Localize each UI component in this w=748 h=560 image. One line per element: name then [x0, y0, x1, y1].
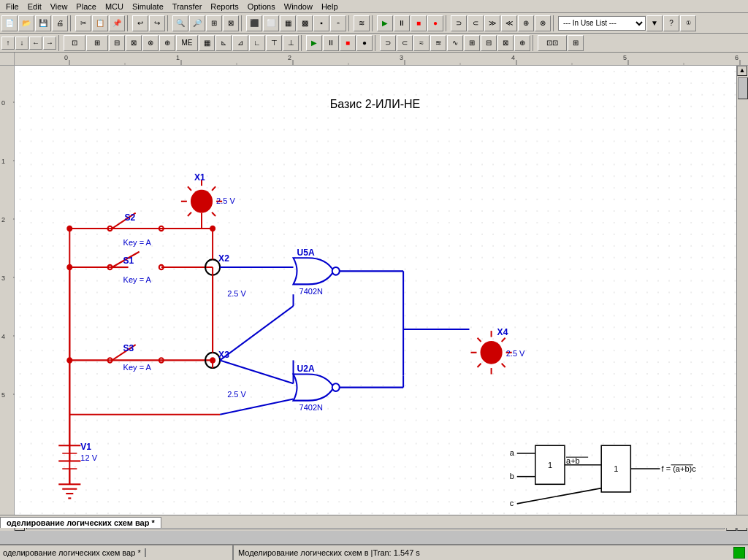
btn-misc3[interactable]: ≫ [484, 15, 500, 31]
menu-mcu[interactable]: MCU [101, 1, 128, 12]
svg-text:4: 4 [511, 54, 515, 61]
menu-place[interactable]: Place [72, 1, 101, 12]
tb2-btn6[interactable]: ⊞ [86, 35, 108, 51]
tb2-sig5[interactable]: ∿ [447, 35, 463, 51]
svg-text:1: 1 [614, 464, 618, 473]
btn-misc1[interactable]: ⊃ [451, 15, 467, 31]
svg-text:3: 3 [400, 54, 403, 61]
tb2-btn14[interactable]: ⊿ [232, 35, 248, 51]
btn-dropdown-extra[interactable]: ▼ [646, 15, 663, 31]
btn-run[interactable]: ▶ [377, 15, 393, 31]
tb2-sig4[interactable]: ≋ [430, 35, 446, 51]
tb2-btn8[interactable]: ⊠ [126, 35, 142, 51]
btn-wave[interactable]: ≋ [354, 15, 370, 31]
tb2-extra2[interactable]: ⊞ [568, 35, 584, 51]
svg-text:Key = A: Key = A [123, 238, 152, 247]
tb2-pause[interactable]: ⏸ [323, 35, 339, 51]
btn-zoom-in[interactable]: 🔍 [172, 15, 188, 31]
svg-text:X3: X3 [218, 350, 229, 360]
btn-comp6[interactable]: ▫ [330, 15, 346, 31]
tb2-run[interactable]: ▶ [306, 35, 322, 51]
btn-comp5[interactable]: ▪ [313, 15, 329, 31]
tb2-btn16[interactable]: ⊤ [266, 35, 282, 51]
tb2-btn15[interactable]: ∟ [249, 35, 265, 51]
btn-redo[interactable]: ↪ [149, 15, 165, 31]
btn-misc4[interactable]: ≪ [501, 15, 517, 31]
tb2-btn13[interactable]: ⊾ [215, 35, 232, 51]
tb2-sig3[interactable]: ≈ [413, 35, 430, 51]
menu-file[interactable]: File [1, 1, 23, 12]
svg-text:0: 0 [64, 54, 68, 61]
tb2-btn4[interactable]: → [43, 37, 56, 50]
btn-paste[interactable]: 📌 [109, 15, 125, 31]
btn-comp1[interactable]: ⬛ [246, 15, 262, 31]
btn-zoom-area[interactable]: ⊠ [223, 15, 239, 31]
btn-open[interactable]: 📂 [18, 15, 34, 31]
tb2-btn10[interactable]: ⊕ [159, 35, 175, 51]
tb2-btn1[interactable]: ↑ [1, 37, 15, 50]
btn-new[interactable]: 📄 [1, 15, 18, 31]
tb2-sig9[interactable]: ⊕ [514, 35, 530, 51]
menu-transfer[interactable]: Transfer [168, 1, 207, 12]
btn-comp4[interactable]: ▩ [297, 15, 313, 31]
tb2-btn17[interactable]: ⊥ [283, 35, 299, 51]
btn-stop[interactable]: ■ [411, 15, 427, 31]
tb2-btn3[interactable]: ← [29, 37, 42, 50]
status-indicator [733, 547, 745, 559]
btn-info[interactable]: ① [680, 15, 696, 31]
btn-comp2[interactable]: ⬜ [263, 15, 279, 31]
sep6 [372, 15, 375, 31]
tb2-sig2[interactable]: ⊂ [397, 35, 413, 51]
btn-comp3[interactable]: ▦ [280, 15, 296, 31]
btn-misc2[interactable]: ⊂ [468, 15, 484, 31]
btn-help[interactable]: ? [663, 15, 679, 31]
menu-help[interactable]: Help [317, 1, 343, 12]
status-bar: оделирование логических схем вар * Модел… [0, 544, 748, 560]
tab-main[interactable]: оделирование логических схем вар * [0, 517, 161, 528]
btn-zoom-fit[interactable]: ⊞ [206, 15, 222, 31]
svg-point-70 [210, 226, 215, 231]
btn-pause[interactable]: ⏸ [394, 15, 410, 31]
btn-undo[interactable]: ↩ [132, 15, 148, 31]
tb2-stop[interactable]: ■ [340, 35, 356, 51]
svg-text:5: 5 [623, 54, 627, 61]
tb2-sig7[interactable]: ⊟ [481, 35, 497, 51]
btn-cut[interactable]: ✂ [75, 15, 91, 31]
sep4 [241, 15, 244, 31]
tb2-sig6[interactable]: ⊞ [464, 35, 480, 51]
btn-misc5[interactable]: ⊕ [518, 15, 534, 31]
svg-text:0: 0 [1, 99, 5, 107]
tb2-btn11[interactable]: ME [176, 35, 198, 51]
canvas-area[interactable]: Базис 2-ИЛИ-НЕ V1 12 V [15, 66, 748, 531]
btn-print[interactable]: 🖨 [52, 15, 68, 31]
tb2-extra1[interactable]: ⊡⊡ [538, 35, 567, 51]
tb2-btn12[interactable]: ▦ [199, 35, 215, 51]
tb2-btn5[interactable]: ⊡ [64, 35, 85, 51]
sep7 [446, 15, 449, 31]
ruler-area: 0 1 2 3 4 5 6 [0, 53, 748, 66]
tb2-btn7[interactable]: ⊟ [109, 35, 125, 51]
svg-text:X4: X4 [497, 327, 508, 337]
svg-text:f = (a+b)c: f = (a+b)c [662, 464, 697, 473]
svg-text:b: b [510, 472, 514, 480]
menu-view[interactable]: View [46, 1, 72, 12]
vertical-scrollbar[interactable]: ▲ ▼ [736, 66, 748, 531]
tb2-btn2[interactable]: ↓ [15, 37, 28, 50]
tb2-dot[interactable]: ● [356, 35, 373, 51]
menu-options[interactable]: Options [243, 1, 280, 12]
btn-misc6[interactable]: ⊗ [535, 15, 551, 31]
tb2-btn9[interactable]: ⊗ [142, 35, 159, 51]
tb2-sig8[interactable]: ⊠ [497, 35, 514, 51]
menu-window[interactable]: Window [280, 1, 317, 12]
inuse-dropdown[interactable]: --- In Use List --- [558, 16, 646, 31]
tb2-sig1[interactable]: ⊃ [380, 35, 396, 51]
menu-edit[interactable]: Edit [23, 1, 46, 12]
btn-zoom-out[interactable]: 🔎 [189, 15, 205, 31]
btn-copy[interactable]: 📋 [92, 15, 108, 31]
menu-simulate[interactable]: Simulate [128, 1, 168, 12]
btn-record[interactable]: ● [427, 15, 443, 31]
svg-text:Key = A: Key = A [123, 275, 152, 284]
horizontal-ruler: 0 1 2 3 4 5 6 [15, 53, 748, 66]
btn-save[interactable]: 💾 [35, 15, 51, 31]
menu-reports[interactable]: Reports [206, 1, 243, 12]
